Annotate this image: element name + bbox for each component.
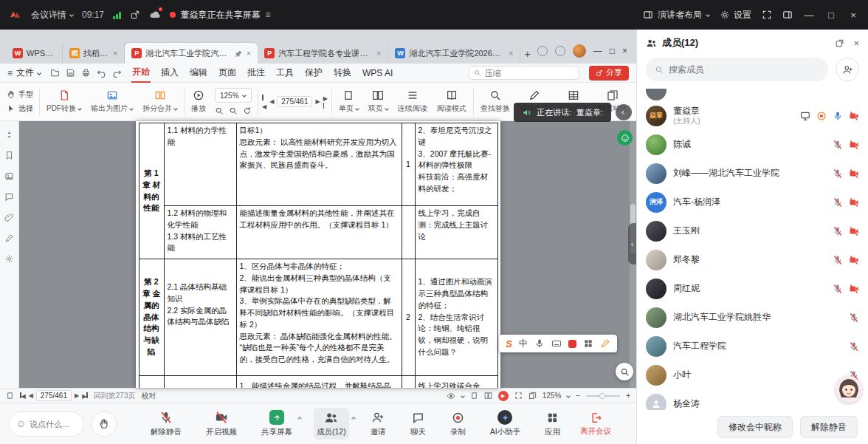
quick-chat-input[interactable] xyxy=(30,420,76,428)
member-row[interactable]: 杨全涛 xyxy=(646,389,859,410)
menu-start[interactable]: 开始 xyxy=(131,63,151,83)
presentation-play-button[interactable]: ▶ xyxy=(498,391,509,401)
pin-icon[interactable] xyxy=(235,49,243,58)
share-screen-button[interactable]: 共享屏幕 xyxy=(258,408,295,440)
apps-button[interactable]: 应用 xyxy=(542,408,563,440)
tab-document-3[interactable]: W湖北汽车工业学院2026版本科专业人× xyxy=(388,43,520,64)
unmute-all-button[interactable]: 解除静音 xyxy=(800,416,858,438)
camera-off-icon[interactable] xyxy=(849,284,859,294)
menu-wps-ai[interactable]: WPS AI xyxy=(362,65,393,81)
members-button[interactable]: 成员(12) xyxy=(314,408,349,440)
mic-off-icon[interactable] xyxy=(833,255,843,265)
menu-edit[interactable]: 编辑 xyxy=(189,64,208,82)
wps-minimize-button[interactable]: — xyxy=(593,46,602,56)
popout-icon[interactable] xyxy=(835,38,844,48)
navigation-icon[interactable] xyxy=(4,130,14,140)
member-search-box[interactable] xyxy=(646,58,828,81)
member-row[interactable]: 王玉刚 xyxy=(646,216,859,245)
settings-icon[interactable] xyxy=(4,254,14,264)
menu-protect[interactable]: 保护 xyxy=(304,64,323,82)
rotate-icon[interactable] xyxy=(243,106,252,115)
raise-hand-button[interactable] xyxy=(92,411,117,437)
mic-off-icon[interactable] xyxy=(833,226,843,236)
export-share-icon[interactable] xyxy=(130,10,140,20)
member-row[interactable]: 刘峰——湖北汽车工业学院 xyxy=(646,159,859,188)
first-page-button[interactable]: ◀ xyxy=(262,94,266,110)
mic-off-icon[interactable] xyxy=(849,341,859,352)
back-to-page-link[interactable]: 回到第273页 xyxy=(94,391,136,401)
mic-off-icon[interactable] xyxy=(833,197,843,208)
keyboard-icon[interactable] xyxy=(551,338,562,349)
side-panel-toggle-icon[interactable] xyxy=(782,10,793,20)
toast-collapse-button[interactable] xyxy=(616,104,632,120)
member-row[interactable]: 湖北汽车工业学院姚胜华 xyxy=(646,303,859,332)
undo-icon[interactable] xyxy=(97,68,106,78)
fit-page-icon[interactable] xyxy=(528,392,537,400)
prev-page-button[interactable]: ◀ xyxy=(29,392,33,399)
unmute-button[interactable]: 解除静音 xyxy=(148,408,185,440)
mic-off-icon[interactable] xyxy=(833,168,843,179)
add-member-button[interactable] xyxy=(836,58,859,81)
page-indicator[interactable]: 275/461 xyxy=(277,96,312,107)
wps-close-button[interactable]: × xyxy=(622,46,627,56)
export-image-button[interactable]: 输出为图片 xyxy=(88,88,136,115)
magnifier-float-button[interactable] xyxy=(616,363,633,380)
bookmark-icon[interactable] xyxy=(4,151,14,160)
member-search-input[interactable] xyxy=(669,64,819,75)
member-row[interactable]: 汽车工程学院 xyxy=(646,332,859,361)
mic-off-icon[interactable] xyxy=(849,312,859,323)
toolbox-icon[interactable] xyxy=(583,338,593,349)
proofread-button[interactable]: 校对 xyxy=(141,391,156,401)
chat-button[interactable]: 聊天 xyxy=(407,408,429,440)
leave-meeting-button[interactable]: 离开会议 xyxy=(580,411,611,437)
open-icon[interactable] xyxy=(50,68,60,78)
view-options-icon[interactable] xyxy=(447,392,455,400)
quick-chat-box[interactable] xyxy=(9,411,84,437)
wps-assistant-button[interactable] xyxy=(617,130,633,146)
member-row[interactable]: 润泽 汽车-杨润泽 xyxy=(646,188,859,216)
tab-document-2[interactable]: P汽车工程学院各专业课程体系汇总报× xyxy=(258,43,388,64)
start-video-button[interactable]: 开启视频 xyxy=(203,408,240,440)
zoom-slider[interactable] xyxy=(586,395,620,397)
close-panel-button[interactable]: × xyxy=(853,38,859,49)
zoom-out-icon[interactable] xyxy=(229,106,238,115)
camera-off-icon[interactable] xyxy=(849,111,859,121)
layout-single-icon[interactable] xyxy=(470,392,478,400)
member-row[interactable]: 焱章 董焱章(主持人) xyxy=(646,101,859,130)
camera-off-icon[interactable] xyxy=(849,140,859,150)
member-row[interactable] xyxy=(646,89,859,101)
wps-search-box[interactable] xyxy=(469,66,579,80)
select-tool-button[interactable]: 选择 xyxy=(7,103,33,114)
last-page-button[interactable]: ▶ xyxy=(323,94,328,110)
meeting-details-button[interactable]: 会议详情 xyxy=(31,9,73,21)
camera-off-icon[interactable] xyxy=(849,168,859,179)
page-layout-icon[interactable] xyxy=(6,392,14,400)
save-icon[interactable] xyxy=(66,68,75,78)
tab-document-active[interactable]: P湖北汽车工业学院汽车服务工程专× xyxy=(125,43,258,64)
read-mode-button[interactable]: 阅读模式 xyxy=(434,88,469,115)
close-tab-icon[interactable]: × xyxy=(113,49,117,58)
invite-button[interactable]: 邀请 xyxy=(368,408,389,440)
file-menu[interactable]: ≡文件 xyxy=(7,66,41,79)
hand-tool-button[interactable]: 手型 xyxy=(7,89,33,100)
layout-switcher-button[interactable]: 演讲者布局 xyxy=(643,9,709,21)
ai-assistant-button[interactable]: AI小助手 xyxy=(487,408,523,440)
menu-convert[interactable]: 转换 xyxy=(333,64,352,82)
page-indicator[interactable]: 275/461 xyxy=(36,390,72,401)
play-button[interactable]: 播放 xyxy=(188,88,209,115)
redo-icon[interactable] xyxy=(112,68,122,78)
tab-option-icon[interactable] xyxy=(555,46,565,56)
tab-option-icon[interactable] xyxy=(537,46,548,56)
split-merge-button[interactable]: 拆分合并 xyxy=(140,88,180,115)
double-page-button[interactable]: 双页 xyxy=(365,88,391,115)
camera-off-icon[interactable] xyxy=(849,226,859,236)
menu-insert[interactable]: 插入 xyxy=(160,64,179,82)
close-tab-icon[interactable]: × xyxy=(376,49,381,58)
camera-off-icon[interactable] xyxy=(849,197,859,208)
badge-menu-icon[interactable]: ≡ xyxy=(266,10,271,20)
voice-input-icon[interactable] xyxy=(534,338,545,349)
mic-off-icon[interactable] xyxy=(833,140,843,150)
smiley-icon[interactable] xyxy=(17,419,25,429)
zoom-in-button[interactable]: + xyxy=(626,392,630,400)
minimize-button[interactable]: — xyxy=(803,10,815,21)
